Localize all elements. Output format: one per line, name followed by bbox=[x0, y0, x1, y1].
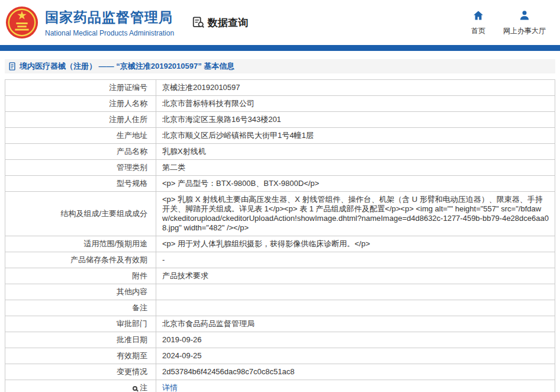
row-label: 适用范围/预期用途 bbox=[5, 236, 156, 252]
row-value: - bbox=[156, 252, 555, 268]
nav-home[interactable]: 首页 bbox=[471, 9, 485, 36]
row-value: 详情 bbox=[156, 380, 555, 392]
breadcrumb-text: 境内医疗器械（注册） —— “京械注准20192010597” 基本信息 bbox=[20, 61, 234, 72]
header: 国家药品监督管理局 National Medical Products Admi… bbox=[0, 0, 560, 45]
header-divider-bar bbox=[0, 45, 560, 51]
table-row: 生产地址 北京市顺义区后沙峪镇裕民大街甲1号4幢1层 bbox=[5, 128, 555, 144]
site-title-en: National Medical Products Administration bbox=[45, 29, 174, 37]
nav-online-service-hall[interactable]: 网上办事大厅 bbox=[503, 9, 546, 36]
info-table-body: 注册证编号 京械注准20192010597 注册人名称 北京市普标特科技有限公司… bbox=[5, 80, 555, 392]
row-value: 2019-09-26 bbox=[156, 332, 555, 348]
table-row: 注册证编号 京械注准20192010597 bbox=[5, 80, 555, 96]
table-row: 注 详情 bbox=[5, 380, 555, 392]
row-value: 北京市顺义区后沙峪镇裕民大街甲1号4幢1层 bbox=[156, 128, 555, 144]
table-row: 附件 产品技术要求 bbox=[5, 268, 555, 284]
row-value: <p> 乳腺 X 射线机主要由高压发生器、X 射线管组件、操作台、机架（含 U … bbox=[156, 192, 555, 236]
magnifier-icon bbox=[133, 386, 137, 391]
row-value: 京械注准20192010597 bbox=[156, 80, 555, 96]
doc-magnifier-icon bbox=[192, 16, 205, 29]
detail-link[interactable]: 详情 bbox=[162, 383, 178, 392]
row-label: 产品名称 bbox=[5, 144, 156, 160]
nmpa-emblem-logo bbox=[5, 5, 39, 40]
table-row: 注册人名称 北京市普标特科技有限公司 bbox=[5, 96, 555, 112]
table-row: 结构及组成/主要组成成分 <p> 乳腺 X 射线机主要由高压发生器、X 射线管组… bbox=[5, 192, 555, 236]
row-label: 注册人名称 bbox=[5, 96, 156, 112]
row-label: 其他内容 bbox=[5, 284, 156, 300]
row-value: 第二类 bbox=[156, 160, 555, 176]
row-label: 产品储存条件及有效期 bbox=[5, 252, 156, 268]
header-nav: 首页 网上办事大厅 bbox=[471, 9, 546, 36]
table-row: 产品名称 乳腺X射线机 bbox=[5, 144, 555, 160]
row-label: 批准日期 bbox=[5, 332, 156, 348]
table-row: 备注 bbox=[5, 300, 555, 316]
table-row: 型号规格 <p> 产品型号：BTX-9800B、BTX-9800D</p> bbox=[5, 176, 555, 192]
row-value: <p> 产品型号：BTX-9800B、BTX-9800D</p> bbox=[156, 176, 555, 192]
person-icon bbox=[519, 9, 530, 23]
table-row: 产品储存条件及有效期 - bbox=[5, 252, 555, 268]
row-label: 审批部门 bbox=[5, 316, 156, 332]
row-value bbox=[156, 284, 555, 300]
row-value: <p> 用于对人体乳腺组织摄影，获得影像供临床诊断用。</p> bbox=[156, 236, 555, 252]
table-row: 变更情况 2d53784b6f42456dac98c7c0c8c51ac8 bbox=[5, 364, 555, 380]
nav-online-service-hall-label: 网上办事大厅 bbox=[503, 26, 546, 36]
data-query-button[interactable]: 数据查询 bbox=[192, 16, 248, 30]
row-label: 管理类别 bbox=[5, 160, 156, 176]
site-title: 国家药品监督管理局 National Medical Products Admi… bbox=[45, 8, 174, 37]
row-value: 产品技术要求 bbox=[156, 268, 555, 284]
row-value bbox=[156, 300, 555, 316]
registration-info-table: 注册证编号 京械注准20192010597 注册人名称 北京市普标特科技有限公司… bbox=[5, 79, 555, 392]
row-label: 结构及组成/主要组成成分 bbox=[5, 192, 156, 236]
row-label: 生产地址 bbox=[5, 128, 156, 144]
document-icon bbox=[8, 62, 17, 70]
row-value: 北京市海淀区玉泉路16号343楼201 bbox=[156, 112, 555, 128]
nav-home-label: 首页 bbox=[471, 26, 485, 36]
table-row: 批准日期 2019-09-26 bbox=[5, 332, 555, 348]
row-value: 2024-09-25 bbox=[156, 348, 555, 364]
table-row: 注册人住所 北京市海淀区玉泉路16号343楼201 bbox=[5, 112, 555, 128]
row-label: 注 bbox=[5, 380, 156, 392]
row-value: 北京市食品药品监督管理局 bbox=[156, 316, 555, 332]
table-row: 管理类别 第二类 bbox=[5, 160, 555, 176]
table-row: 其他内容 bbox=[5, 284, 555, 300]
breadcrumb: 境内医疗器械（注册） —— “京械注准20192010597” 基本信息 bbox=[5, 59, 555, 73]
registration-info: 注册证编号 京械注准20192010597 注册人名称 北京市普标特科技有限公司… bbox=[5, 79, 555, 392]
row-label: 有效期至 bbox=[5, 348, 156, 364]
table-row: 审批部门 北京市食品药品监督管理局 bbox=[5, 316, 555, 332]
home-icon bbox=[472, 9, 484, 23]
data-query-label: 数据查询 bbox=[208, 16, 248, 30]
row-value: 乳腺X射线机 bbox=[156, 144, 555, 160]
row-label: 附件 bbox=[5, 268, 156, 284]
row-label: 注册人住所 bbox=[5, 112, 156, 128]
row-value: 2d53784b6f42456dac98c7c0c8c51ac8 bbox=[156, 364, 555, 380]
site-title-cn: 国家药品监督管理局 bbox=[45, 8, 174, 27]
row-label: 注册证编号 bbox=[5, 80, 156, 96]
row-label: 变更情况 bbox=[5, 364, 156, 380]
row-value: 北京市普标特科技有限公司 bbox=[156, 96, 555, 112]
table-row: 适用范围/预期用途 <p> 用于对人体乳腺组织摄影，获得影像供临床诊断用。</p… bbox=[5, 236, 555, 252]
table-row: 有效期至 2024-09-25 bbox=[5, 348, 555, 364]
row-label: 型号规格 bbox=[5, 176, 156, 192]
row-label: 备注 bbox=[5, 300, 156, 316]
